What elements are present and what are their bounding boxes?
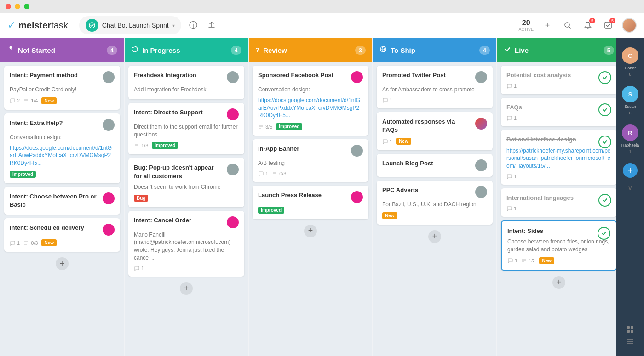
card-title: In-App Banner	[258, 145, 347, 153]
card[interactable]: PPC AdvertsFor Bazil, U.S., U.K. and DAC…	[377, 181, 493, 225]
card-header: Intent: Cancel Order	[134, 216, 239, 228]
sidebar-user-susan[interactable]: S Susan 6	[620, 82, 640, 119]
card-title: Bot and interface design	[506, 136, 611, 144]
col-header-to-ship: To Ship 4	[373, 38, 496, 62]
card-header: Intent: Extra Help?	[10, 119, 115, 131]
card-tag: New	[41, 239, 57, 246]
card-footer: 1	[382, 97, 487, 103]
card[interactable]: FAQs1	[501, 98, 616, 126]
user-avatar[interactable]	[622, 18, 637, 33]
card-title: Sponsored Facebook Post	[258, 71, 347, 79]
minimize-btn[interactable]	[15, 4, 20, 9]
card-link[interactable]: https://docs.google.com/document/d/1ntGa…	[258, 96, 363, 119]
card[interactable]: Intent: SidesChoose between french fries…	[501, 220, 616, 271]
card[interactable]: Intent: Choose between Pro or Basic	[4, 187, 120, 215]
card-header: Bug: Pop-up doesn't appear for all custo…	[134, 164, 239, 180]
card-avatar	[475, 71, 487, 83]
card[interactable]: International languages1	[501, 188, 616, 217]
card-avatar	[475, 159, 487, 171]
card-desc: As for Ambassadors to cross-promote	[382, 86, 487, 94]
card[interactable]: Potential cost analysis1	[501, 66, 616, 94]
card-title: Automated responses via FAQs	[382, 118, 472, 134]
card-header: Automated responses via FAQs	[382, 118, 487, 134]
share-icon[interactable]	[205, 19, 218, 32]
card[interactable]: Sponsored Facebook PostConversation desi…	[253, 66, 368, 136]
card-footer: 1	[506, 83, 611, 89]
titlebar	[0, 0, 644, 13]
card-footer: 1New	[382, 138, 487, 145]
search-icon[interactable]	[561, 19, 574, 32]
sidebar-expand[interactable]: ∨	[627, 183, 633, 192]
card-checklist: 1/3	[134, 143, 148, 148]
card[interactable]: Intent: Payment methodPayPal or Credit C…	[4, 66, 120, 110]
sidebar-user-conor[interactable]: C Conor 8	[620, 44, 640, 80]
card-footer: 10/3New	[10, 239, 115, 246]
maximize-btn[interactable]	[24, 4, 29, 9]
logo-text: meistertask	[18, 20, 68, 31]
check-tasks-icon[interactable]: 5	[602, 19, 615, 32]
card[interactable]: Launch Blog Post	[377, 154, 493, 177]
col-count-to-ship: 4	[479, 46, 490, 55]
logo: ✓ meistertask	[7, 19, 68, 31]
card-title: Freshdesk Integration	[134, 71, 223, 79]
card[interactable]: Intent: Direct to SupportDirect them to …	[128, 103, 244, 155]
card-comments: 1	[382, 139, 392, 144]
add-card-btn-in-progress[interactable]: +	[180, 282, 193, 295]
card[interactable]: In-App BannerA/B testing10/3	[253, 139, 368, 182]
card-title: Intent: Direct to Support	[134, 108, 223, 117]
card-tag: Improved	[152, 142, 178, 149]
card-footer: 1	[506, 115, 611, 121]
sidebar-list-icon[interactable]	[627, 338, 634, 347]
card-complete-check	[598, 194, 611, 207]
card-desc: Direct them to the support email for fur…	[134, 123, 239, 139]
card-header: Freshdesk Integration	[134, 71, 239, 83]
card-header: Intent: Direct to Support	[134, 108, 239, 120]
card-footer: Improved	[10, 171, 115, 178]
board: Not Started 4 Intent: Payment methodPayP…	[0, 38, 616, 356]
notification-icon[interactable]: 5	[581, 19, 594, 32]
col-header-not-started: Not Started 4	[0, 38, 124, 62]
add-card-btn-live[interactable]: +	[552, 276, 565, 289]
column-to-ship: To Ship 4 Promoted Twitter PostAs for Am…	[373, 38, 496, 356]
sidebar-user-raphaela[interactable]: R Raphaela 1	[620, 121, 641, 158]
card-comments: 1	[507, 258, 518, 263]
add-icon[interactable]: +	[541, 19, 554, 32]
card-avatar	[103, 224, 115, 236]
chevron-down-icon: ▾	[172, 23, 175, 28]
card[interactable]: Launch Press ReleaseImproved	[253, 186, 368, 219]
card[interactable]: Intent: Cancel OrderMario Fanelli (mario…	[128, 211, 244, 277]
svg-rect-7	[627, 330, 630, 333]
card[interactable]: Intent: Extra Help?Conversation design:h…	[4, 113, 120, 183]
card-footer: 1	[506, 174, 611, 179]
card-header: Intent: Payment method	[10, 71, 115, 83]
sidebar-grid-icon[interactable]	[627, 326, 634, 334]
card-checklist: 0/3	[23, 240, 38, 246]
project-name: Chat Bot Launch Sprint	[102, 22, 169, 29]
card[interactable]: Bot and interface designhttps://patrickh…	[501, 130, 616, 185]
card-header: Intent: Scheduled delivery	[10, 224, 115, 236]
card-title: Potential cost analysis	[506, 71, 611, 79]
card-header: Potential cost analysis	[506, 71, 611, 79]
card-complete-check	[598, 227, 610, 240]
logo-check-icon: ✓	[7, 19, 16, 31]
sidebar-add-user[interactable]: +	[623, 163, 638, 178]
card-avatar	[351, 145, 363, 157]
card-title: FAQs	[506, 103, 611, 112]
close-btn[interactable]	[6, 4, 11, 9]
header: ✓ meistertask Chat Bot Launch Sprint ▾ ⓘ…	[0, 13, 644, 38]
add-card-btn-review[interactable]: +	[304, 225, 317, 237]
card[interactable]: Bug: Pop-up doesn't appear for all custo…	[128, 158, 244, 207]
card-footer: Improved	[258, 207, 363, 214]
col-title-live: Live	[515, 46, 600, 54]
card[interactable]: Intent: Scheduled delivery10/3New	[4, 218, 120, 252]
card-link[interactable]: https://docs.google.com/document/d/1ntGa…	[10, 144, 115, 167]
card[interactable]: Freshdesk IntegrationAdd integration for…	[128, 66, 244, 99]
project-selector[interactable]: Chat Bot Launch Sprint ▾	[79, 16, 181, 34]
card[interactable]: Automated responses via FAQs1New	[377, 112, 493, 150]
sidebar-avatar: C	[622, 47, 638, 64]
add-card-btn-to-ship[interactable]: +	[428, 230, 441, 243]
add-card-btn-not-started[interactable]: +	[56, 257, 69, 270]
info-icon[interactable]: ⓘ	[187, 19, 200, 32]
card-link[interactable]: https://patrickhoefer-my.sharepoint.com/…	[506, 147, 611, 170]
card[interactable]: Promoted Twitter PostAs for Ambassadors …	[377, 66, 493, 108]
